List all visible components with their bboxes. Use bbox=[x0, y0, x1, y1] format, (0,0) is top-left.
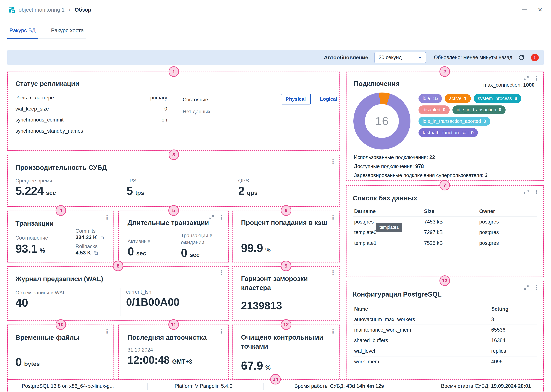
annotation-badge-2: 2 bbox=[440, 66, 450, 77]
pg-version-text: PostgreSQL 13.8 on x86_64-pc-linux-g... bbox=[22, 383, 114, 389]
legend-row: idle15 active1 system_process6 bbox=[419, 94, 542, 103]
kebab-menu-icon[interactable]: ⋮ bbox=[330, 159, 336, 164]
app-window: object monitoring 1 / Обзор ✕ Ракурс БД … bbox=[0, 0, 551, 392]
kebab-menu-icon[interactable]: ⋮ bbox=[533, 75, 539, 81]
cell-setting: 16384 bbox=[491, 337, 537, 343]
kebab-menu-icon[interactable]: ⋮ bbox=[533, 285, 539, 290]
kebab-menu-icon[interactable]: ⋮ bbox=[330, 328, 336, 334]
value: 99.9 bbox=[241, 241, 263, 255]
platform-version-text: Platform V Pangolin 5.4.0 bbox=[175, 383, 232, 389]
property-value: on bbox=[161, 117, 167, 123]
legend-value: 0 bbox=[471, 130, 474, 135]
uptime-text: Время работы СУБД: 43d 14h 4m 12s bbox=[294, 383, 384, 389]
expand-icon[interactable] bbox=[209, 215, 214, 220]
long-transactions-card: 5 ⋮ Длительные транзакции Активные 0sec … bbox=[118, 210, 229, 262]
donut-hole: 16 bbox=[365, 104, 399, 138]
rollbacks-label: Rollbacks bbox=[75, 244, 98, 249]
window-titlebar: object monitoring 1 / Обзор ✕ bbox=[0, 0, 551, 20]
cell-size: 7525 kB bbox=[424, 240, 479, 246]
kebab-menu-icon[interactable]: ⋮ bbox=[219, 328, 225, 334]
card-title: Конфигурация PostgreSQL bbox=[353, 290, 442, 298]
autorefresh-selected-value: 30 секунд bbox=[379, 55, 402, 60]
card-actions: ⋮ bbox=[524, 75, 539, 81]
legend-value: 0 bbox=[443, 107, 445, 112]
physical-mode-button[interactable]: Physical bbox=[281, 94, 311, 105]
replication-properties: Роль в кластереprimary wal_keep_size0 sy… bbox=[15, 92, 167, 136]
max-connection-label: max_connection: bbox=[483, 82, 522, 88]
legend-pill-disabled: disabled0 bbox=[419, 105, 450, 114]
wal-volume-label: Объём записи в WAL bbox=[15, 290, 65, 296]
value: 4.53 K bbox=[75, 250, 91, 256]
property-label: Роль в кластере bbox=[15, 95, 54, 101]
kebab-menu-icon[interactable]: ⋮ bbox=[330, 270, 336, 276]
copy-icon[interactable] bbox=[99, 235, 104, 240]
active-value: 0sec bbox=[128, 245, 146, 258]
freeze-horizon-value: 2139813 bbox=[241, 300, 282, 312]
cell-size: 7453 kB bbox=[424, 219, 479, 225]
alert-icon[interactable]: ! bbox=[531, 54, 539, 61]
freeze-horizon-card: 9 ⋮ Горизонт заморозки кластера 2139813 bbox=[232, 266, 340, 321]
timezone: GMT+3 bbox=[172, 358, 192, 365]
card-title: Подключения bbox=[354, 80, 400, 88]
property-label: synchronous_commit bbox=[15, 117, 64, 123]
divider bbox=[121, 288, 121, 316]
value: 334.23 K bbox=[75, 234, 97, 240]
value: 40 bbox=[15, 296, 28, 309]
waiting-label: Транзакции в ожидании bbox=[181, 232, 223, 246]
table-row: autovacuum_max_workers3 bbox=[353, 314, 537, 325]
breadcrumb-app[interactable]: object monitoring 1 bbox=[19, 7, 65, 13]
tab-host-view[interactable]: Ракурс хоста bbox=[49, 26, 86, 39]
cache-hit-value: 99.9% bbox=[241, 241, 271, 255]
legend-value: 0 bbox=[483, 119, 486, 124]
annotation-badge-1: 1 bbox=[169, 66, 179, 77]
expand-icon[interactable] bbox=[524, 285, 529, 290]
kebab-menu-icon[interactable]: ⋮ bbox=[104, 328, 110, 334]
kebab-menu-icon[interactable]: ⋮ bbox=[219, 214, 225, 220]
max-connection-value: 1000 bbox=[523, 82, 534, 88]
unit: % bbox=[265, 247, 271, 253]
rollbacks-value: 4.53 K bbox=[75, 250, 98, 256]
unit: sec bbox=[136, 250, 146, 257]
copy-icon[interactable] bbox=[93, 250, 98, 255]
state-label: Состояние bbox=[183, 97, 208, 103]
legend-value: 15 bbox=[433, 96, 438, 101]
kebab-menu-icon[interactable]: ⋮ bbox=[219, 270, 225, 276]
minimize-icon[interactable] bbox=[522, 9, 527, 10]
card-title: Производительность СУБД bbox=[15, 164, 107, 171]
autorefresh-select[interactable]: 30 секунд bbox=[374, 52, 426, 63]
tooltip: template1 bbox=[376, 223, 402, 232]
property-label: wal_keep_size bbox=[15, 106, 49, 112]
card-title: Статус репликации bbox=[15, 80, 79, 88]
kebab-menu-icon[interactable]: ⋮ bbox=[533, 189, 539, 195]
connections-donut-chart[interactable]: 16 bbox=[353, 92, 410, 149]
logical-mode-button[interactable]: Logical bbox=[320, 96, 337, 102]
cell-name: work_mem bbox=[354, 359, 491, 365]
value: 0 bbox=[181, 246, 187, 259]
refresh-icon[interactable] bbox=[518, 54, 525, 61]
kebab-menu-icon[interactable]: ⋮ bbox=[104, 214, 110, 220]
column-header: Name bbox=[354, 306, 491, 312]
card-title: Последняя автоочистка bbox=[128, 334, 207, 341]
table-row: work_mem4096 bbox=[353, 357, 537, 367]
value: 0/1B00A00 bbox=[126, 296, 179, 308]
close-icon[interactable]: ✕ bbox=[537, 7, 543, 13]
unit: bytes bbox=[24, 361, 40, 367]
annotation-badge-6: 6 bbox=[281, 205, 291, 216]
table-header-row: Name Setting bbox=[353, 304, 537, 314]
cell-owner: postgres bbox=[479, 240, 537, 246]
cell-setting: replica bbox=[491, 348, 537, 354]
card-title: Журнал предзаписи (WAL) bbox=[15, 275, 103, 283]
tab-db-view[interactable]: Ракурс БД bbox=[7, 26, 38, 39]
footer-info-bar: 14 PostgreSQL 13.8 on x86_64-pc-linux-g.… bbox=[7, 379, 544, 392]
expand-icon[interactable] bbox=[524, 189, 529, 195]
table-row[interactable]: template1 7525 kB postgres bbox=[353, 238, 537, 248]
legend-label: system_process bbox=[478, 96, 512, 101]
card-title: Временные файлы bbox=[15, 334, 80, 341]
pg-config-card: 13 ⋮ Конфигурация PostgreSQL Name Settin… bbox=[346, 281, 544, 383]
expand-icon[interactable] bbox=[524, 76, 529, 81]
legend-value: 1 bbox=[464, 96, 467, 101]
cell-owner: postgres bbox=[479, 219, 537, 225]
refresh-toolbar: Автообновление: 30 секунд Обновлено: мен… bbox=[7, 50, 544, 65]
kebab-menu-icon[interactable]: ⋮ bbox=[330, 214, 336, 220]
ratio-label: Соотношение bbox=[15, 235, 48, 241]
